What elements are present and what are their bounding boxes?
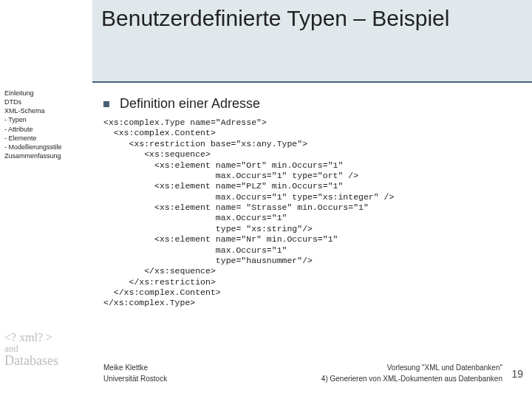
sidebar-item: XML-Schema — [4, 106, 82, 115]
logo-line1: <? xml? > — [4, 332, 82, 344]
page-number: 19 — [511, 368, 523, 380]
footer-chapter: 4) Generieren von XML-Dokumenten aus Dat… — [321, 375, 502, 383]
slide-title: Benutzerdefinierte Typen – Beispiel — [101, 6, 523, 32]
logo: <? xml? > and Databases — [4, 332, 82, 368]
sidebar-item: Einleitung — [4, 89, 82, 98]
sidebar-item: - Typen — [4, 115, 82, 124]
main-content: Definition einer Adresse <xs:complex.Typ… — [103, 96, 517, 309]
bullet-row: Definition einer Adresse — [103, 96, 517, 112]
bullet-text: Definition einer Adresse — [120, 96, 260, 112]
sidebar-item: Zusammenfassung — [4, 151, 82, 160]
footer-lecture: Vorlesung "XML und Datenbanken" — [387, 364, 502, 372]
logo-line2: and — [4, 344, 82, 354]
sidebar-item: DTDs — [4, 98, 82, 106]
title-band: Benutzerdefinierte Typen – Beispiel — [92, 0, 532, 81]
code-block: <xs:complex.Type name="Adresse"> <xs:com… — [103, 117, 517, 309]
title-divider — [92, 81, 532, 83]
sidebar-outline: Einleitung DTDs XML-Schema - Typen - Att… — [4, 89, 82, 160]
footer-author: Meike Klettke — [103, 364, 148, 372]
sidebar-item: - Elemente — [4, 134, 82, 143]
sidebar-item: - Attribute — [4, 125, 82, 134]
footer: Meike Klettke Vorlesung "XML und Datenba… — [103, 364, 502, 386]
logo-line3: Databases — [4, 354, 82, 368]
sidebar-item: - Modellierungsstile — [4, 143, 82, 151]
bullet-icon — [103, 101, 109, 107]
footer-affiliation: Universität Rostock — [103, 375, 167, 383]
